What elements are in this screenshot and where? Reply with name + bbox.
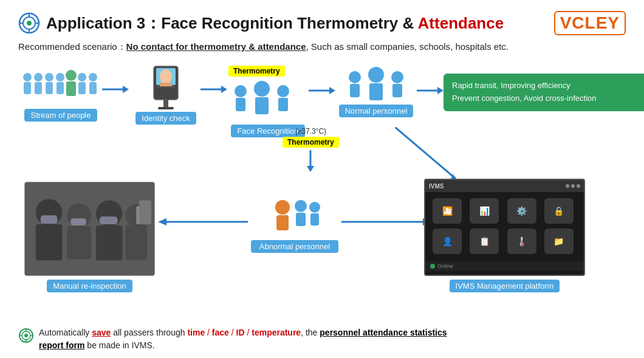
green-box: Rapid transit, Improving efficiency Prev…: [444, 74, 644, 111]
ivms-btn-4: 🔒: [544, 198, 574, 224]
abnormal-section: Abnormal personnel: [249, 194, 340, 253]
ivms-btn-3: ⚙️: [507, 198, 536, 224]
title-middle: Face Recognition Thermometry &: [161, 14, 417, 32]
svg-marker-22: [123, 86, 129, 93]
svg-rect-66: [67, 226, 91, 259]
svg-rect-16: [66, 81, 76, 96]
svg-rect-10: [35, 82, 42, 94]
ivms-header-dots: [566, 184, 580, 188]
svg-point-17: [78, 73, 86, 81]
footer-face: face: [212, 328, 229, 337]
svg-point-54: [295, 200, 307, 212]
svg-rect-27: [157, 86, 175, 88]
status-dot: [430, 264, 435, 269]
ivms-btn-5: 👤: [433, 229, 462, 254]
arrow-down-abnormal: (≥37.3°C) Thermometry: [283, 127, 339, 172]
abnormal-people-icon: [261, 194, 328, 236]
slide: Application 3：Face Recognition Thermomet…: [0, 0, 644, 358]
svg-rect-37: [278, 98, 288, 111]
arrow-4: [417, 84, 444, 97]
ivms-btn-8: 📁: [544, 229, 574, 254]
svg-point-36: [277, 85, 289, 97]
thermometry-badge: Thermometry: [228, 66, 285, 77]
ivms-section: IVMS 🎦 📊 ⚙️ 🔒 👤 📋 🌡️: [424, 179, 585, 292]
svg-point-42: [368, 67, 384, 83]
svg-point-15: [66, 70, 77, 81]
scenario-rest: , Such as small companies, schools, hosp…: [306, 41, 509, 52]
svg-marker-31: [221, 86, 227, 93]
svg-rect-18: [78, 82, 86, 94]
ivms-header-bar: IVMS: [425, 180, 584, 192]
flow-label-identity: Identity check: [135, 112, 196, 125]
footer-slash3: /: [245, 328, 252, 337]
svg-rect-28: [163, 100, 168, 108]
svg-rect-64: [36, 224, 63, 260]
photo-placeholder: [24, 182, 155, 276]
stream-people-icon: [21, 66, 100, 109]
svg-point-52: [275, 200, 290, 215]
svg-marker-49: [307, 166, 314, 172]
svg-rect-57: [310, 213, 319, 225]
svg-point-34: [254, 81, 270, 97]
svg-point-19: [89, 73, 97, 81]
svg-point-9: [34, 73, 43, 81]
footer-id: ID: [236, 328, 245, 337]
footer: Automatically save all passers through t…: [18, 326, 626, 352]
svg-rect-8: [24, 82, 31, 94]
svg-point-32: [235, 85, 247, 97]
svg-rect-41: [350, 84, 360, 97]
scenario-underline: No contact for thermometry & attendance: [126, 41, 306, 52]
svg-point-44: [391, 71, 403, 83]
svg-point-25: [160, 69, 172, 84]
green-box-line2: Prevent congestion, Avoid cross-infectio…: [452, 92, 642, 105]
ivms-dot-3: [577, 184, 580, 188]
footer-end: be made in IVMS.: [84, 340, 154, 350]
page-title: Application 3：Face Recognition Thermomet…: [46, 13, 504, 34]
footer-slash1: /: [205, 328, 212, 337]
footer-icon: [18, 328, 34, 347]
svg-rect-35: [255, 97, 269, 114]
svg-marker-47: [437, 87, 444, 94]
flow-label-stream: Stream of people: [24, 109, 97, 122]
svg-rect-55: [296, 213, 306, 226]
arrow-3: [309, 84, 335, 97]
svg-marker-59: [158, 218, 166, 225]
footer-report: report form: [39, 340, 84, 350]
footer-temperature: temperature: [252, 328, 301, 337]
photo-label: Manual re-inspection: [47, 280, 132, 292]
svg-marker-39: [329, 87, 335, 94]
normal-people-icon: [343, 65, 409, 105]
svg-rect-29: [158, 107, 174, 109]
svg-rect-72: [70, 218, 86, 225]
thermometry-label-bottom: Thermometry: [283, 137, 339, 148]
ivms-dot-2: [571, 184, 575, 188]
svg-rect-53: [276, 215, 289, 230]
footer-time: time: [187, 328, 205, 337]
ivms-screen: IVMS 🎦 📊 ⚙️ 🔒 👤 📋 🌡️: [424, 179, 585, 276]
arrow-left-manual: [158, 216, 248, 228]
ivms-btn-7: 🌡️: [507, 229, 536, 254]
svg-point-56: [309, 202, 320, 213]
svg-rect-71: [41, 215, 58, 224]
footer-comma: , the: [301, 328, 320, 337]
arrow-2: [200, 83, 227, 95]
svg-point-78: [24, 334, 28, 337]
svg-rect-68: [96, 225, 123, 260]
flow-label-normal: Normal personnel: [339, 105, 414, 117]
svg-rect-73: [100, 216, 118, 224]
diagram: Stream of people Identity check: [18, 60, 626, 303]
status-text: Online: [437, 263, 453, 269]
ivms-dot-1: [566, 184, 569, 188]
flow-item-normal: Normal personnel: [337, 65, 416, 117]
ivms-icon-grid: 🎦 📊 ⚙️ 🔒 👤 📋 🌡️ 📁: [425, 192, 584, 260]
footer-target-icon: [18, 328, 34, 343]
svg-rect-45: [392, 84, 402, 97]
footer-middle: all passers through: [111, 328, 187, 337]
scenario-text: Recommended scenario：No contact for ther…: [18, 41, 626, 53]
scenario-label: Recommended scenario：: [18, 41, 126, 52]
svg-point-2: [27, 21, 32, 26]
svg-rect-12: [46, 82, 53, 94]
footer-stats: personnel attendance statistics: [320, 328, 447, 337]
ivms-label: IVMS Management platform: [450, 280, 560, 292]
title-highlight: Attendance: [418, 14, 504, 32]
